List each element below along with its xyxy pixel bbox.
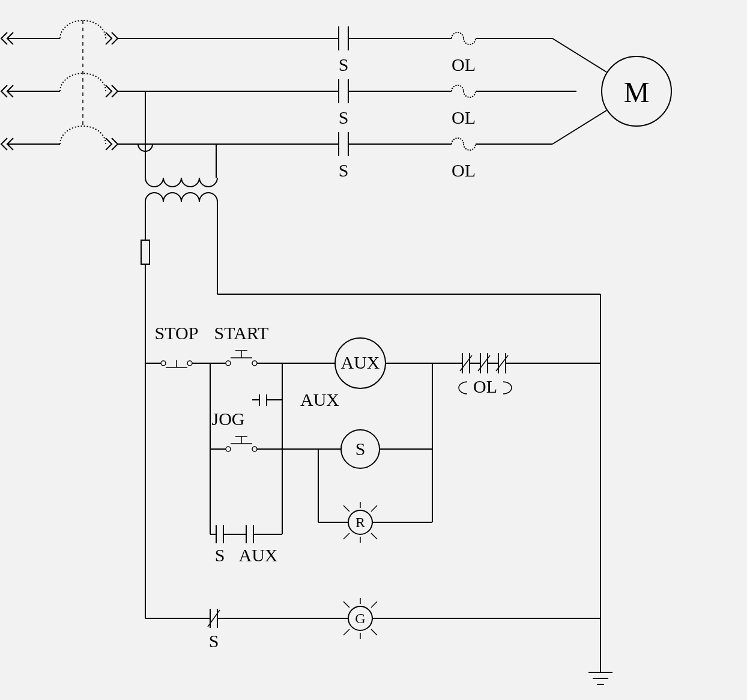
label-jog: JOG — [211, 409, 244, 429]
label-aux-coil: AUX — [341, 352, 380, 372]
label-s-contact-2: S — [339, 107, 349, 127]
svg-line-97 — [343, 505, 349, 511]
power-line-1 — [1, 20, 552, 50]
svg-point-77 — [252, 447, 257, 451]
label-g-lamp: G — [355, 611, 365, 626]
stop-indicator-rung: S G — [145, 598, 600, 651]
svg-line-113 — [371, 629, 377, 635]
svg-line-22 — [552, 38, 606, 72]
label-aux-contact: AUX — [300, 390, 339, 409]
svg-line-98 — [371, 505, 377, 511]
svg-line-112 — [343, 629, 349, 635]
control-fuse — [141, 228, 150, 618]
label-stop: STOP — [155, 323, 199, 343]
aux-holding-contact: AUX — [252, 390, 339, 409]
seal-in-contacts: S AUX — [210, 449, 282, 565]
svg-line-100 — [371, 533, 377, 539]
label-s-contact-1: S — [339, 55, 349, 74]
svg-rect-30 — [141, 240, 150, 264]
svg-line-99 — [343, 533, 349, 539]
ol-nc-contacts — [460, 353, 508, 373]
motor-control-schematic: S S S OL OL OL M STOP START AUX — [0, 0, 747, 700]
label-r-lamp: R — [355, 514, 365, 530]
power-line-3 — [1, 126, 552, 156]
label-ol-ctrl: OL — [473, 376, 497, 396]
ground-symbol — [588, 660, 612, 684]
svg-point-40 — [187, 361, 192, 366]
svg-point-46 — [226, 361, 231, 366]
label-start: START — [214, 323, 269, 343]
label-s-contact-3: S — [339, 160, 349, 180]
label-s-nc: S — [209, 631, 219, 651]
svg-point-39 — [161, 361, 166, 366]
label-motor: M — [624, 76, 650, 108]
svg-line-110 — [343, 602, 349, 608]
run-lamp: R — [318, 502, 432, 543]
svg-line-23 — [552, 110, 606, 144]
svg-point-47 — [252, 361, 257, 366]
label-s-seal: S — [215, 545, 225, 565]
label-s-coil: S — [355, 439, 366, 459]
jog-rung: JOG S — [210, 409, 432, 534]
power-line-2 — [1, 73, 576, 103]
control-transformer — [145, 91, 217, 294]
label-ol-2: OL — [452, 107, 476, 127]
label-ol-1: OL — [452, 55, 476, 74]
label-ol-3: OL — [452, 160, 476, 180]
label-aux-seal: AUX — [239, 545, 278, 565]
svg-point-76 — [226, 447, 231, 451]
svg-line-111 — [371, 602, 377, 608]
